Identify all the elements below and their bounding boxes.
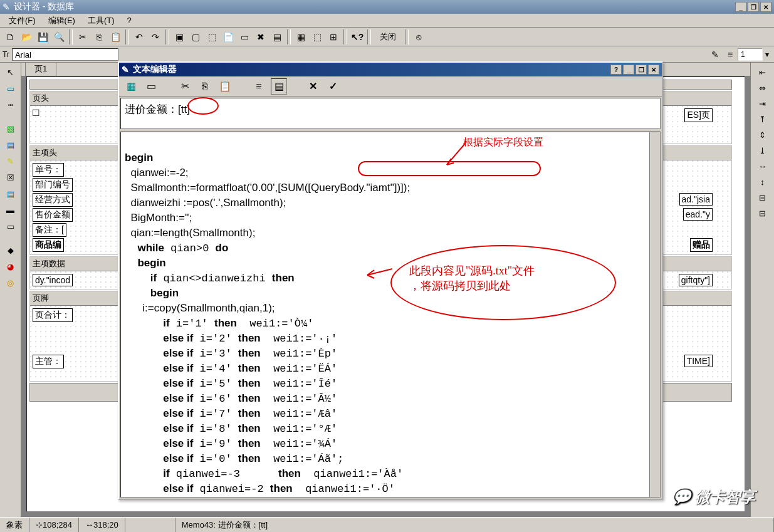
align-top-icon[interactable]: ⤒: [755, 112, 770, 126]
ole-tool-icon[interactable]: ☒: [3, 170, 18, 184]
ring-tool-icon[interactable]: ◎: [3, 276, 18, 289]
editor-close-button[interactable]: ✕: [648, 65, 659, 75]
subreport-tool-icon[interactable]: ▤: [3, 138, 18, 152]
delete-icon[interactable]: ✖: [253, 29, 268, 44]
insert-expr-icon[interactable]: ▦: [123, 78, 139, 95]
memo-deptno[interactable]: 部门编号: [33, 178, 73, 192]
memo-goodscode[interactable]: 商品编: [33, 238, 64, 252]
paste-icon[interactable]: 📋: [217, 78, 233, 95]
ok-icon[interactable]: ✓: [325, 78, 341, 95]
memo-es-page[interactable]: ES]页: [684, 108, 713, 122]
center-v-page-icon[interactable]: ⊟: [755, 206, 770, 220]
new-icon[interactable]: 🗋: [3, 29, 18, 44]
menu-file[interactable]: 文件(F): [3, 14, 42, 28]
undo-icon[interactable]: ↶: [132, 29, 147, 44]
pie-tool-icon[interactable]: ◕: [3, 259, 18, 273]
memo-biztype[interactable]: 经营方式: [33, 193, 73, 207]
barcode-tool-icon[interactable]: ▭: [3, 219, 18, 233]
draw-tool-icon[interactable]: ✎: [3, 154, 18, 168]
memo-billno[interactable]: 单号：: [33, 163, 64, 177]
chart-tool-icon[interactable]: ▬: [3, 203, 18, 217]
copy-icon[interactable]: ⎘: [92, 29, 107, 44]
sendback-icon[interactable]: ▢: [188, 29, 203, 44]
lines-icon[interactable]: ≡: [723, 47, 738, 62]
align-middle-icon[interactable]: ⇕: [755, 128, 770, 142]
memo-supervisor[interactable]: 主管：: [33, 355, 64, 368]
menu-edit[interactable]: 编辑(E): [42, 14, 81, 28]
preview-icon[interactable]: 🔍: [51, 29, 66, 44]
statusbar: 象素 ⊹ 108;284 ↔ 318;20 Memo43: 进价金额：[tt]: [0, 517, 774, 532]
align-bottom-icon[interactable]: ⤓: [755, 143, 770, 157]
editor-expression-input[interactable]: 进价金额：[tt]: [120, 98, 661, 129]
memo-jsia[interactable]: ad."jsia: [679, 193, 713, 206]
menu-help[interactable]: ?: [121, 14, 138, 26]
wordwrap-icon[interactable]: ▤: [271, 78, 287, 95]
editor-toolbar: ▦ ▭ ✂ ⎘ 📋 ≡ ▤ ✕ ✓: [119, 76, 662, 96]
memo-gift[interactable]: 赠品: [690, 238, 713, 252]
snapgrid-icon[interactable]: ⬚: [310, 29, 325, 44]
newpage-icon[interactable]: 📄: [221, 29, 236, 44]
cancel-icon[interactable]: ✕: [305, 78, 321, 95]
image-tool-icon[interactable]: ▧: [3, 122, 18, 135]
exit-icon[interactable]: ⎋: [411, 29, 426, 44]
memo-giftqty[interactable]: giftqty"]: [679, 274, 713, 286]
status-memo: Memo43: 进价金额：[tt]: [175, 518, 774, 532]
help-icon[interactable]: ↖?: [350, 29, 365, 44]
format-icon[interactable]: ≡: [251, 78, 267, 95]
open-icon[interactable]: 📂: [19, 29, 34, 44]
shape-tool-icon[interactable]: ◆: [3, 243, 18, 257]
cut-icon[interactable]: ✂: [177, 78, 193, 95]
redo-icon[interactable]: ↷: [148, 29, 163, 44]
insert-var-icon[interactable]: ▭: [143, 78, 159, 95]
editor-minimize-button[interactable]: _: [623, 65, 634, 75]
memo-time[interactable]: TIME]: [684, 355, 713, 367]
space-v-icon[interactable]: ↕: [755, 175, 770, 189]
align-right-icon[interactable]: ⇥: [755, 96, 770, 110]
newdialog-icon[interactable]: ▭: [237, 29, 252, 44]
watermark: 💬 微卡智享: [672, 487, 755, 507]
editor-code-area[interactable]: begin qianwei:=-2; Smallmonth:=formatflo…: [120, 132, 661, 498]
copy-icon[interactable]: ⎘: [197, 78, 213, 95]
app-restore-button[interactable]: ❐: [748, 2, 759, 12]
memo-remark[interactable]: 备注：[: [33, 223, 66, 237]
menu-tools[interactable]: 工具(T): [81, 14, 121, 28]
text-editor-window[interactable]: ✎ 文本编辑器 ? _ ❐ ✕ ▦ ▭ ✂ ⎘ 📋 ≡ ▤ ✕ ✓ 进价金额：[…: [118, 61, 663, 500]
center-h-page-icon[interactable]: ⊟: [755, 190, 770, 204]
font-name-combo[interactable]: Arial: [12, 48, 118, 61]
fit-icon[interactable]: ⊞: [326, 29, 341, 44]
memo-saleamt[interactable]: 售价金额: [33, 208, 73, 222]
align-left-icon[interactable]: ⇤: [755, 65, 770, 79]
left-tool-palette: ↖ ▭ ┅ ▧ ▤ ✎ ☒ ▤ ▬ ▭ ◆ ◕ ◎: [0, 63, 21, 517]
highlight-icon[interactable]: ✎: [708, 47, 723, 62]
space-h-icon[interactable]: ↔: [755, 159, 770, 173]
band-tool-icon[interactable]: ▭: [3, 81, 18, 95]
richtext-tool-icon[interactable]: ▤: [3, 187, 18, 201]
memo-pagetotal[interactable]: 页合计：: [33, 308, 73, 322]
editor-titlebar[interactable]: ✎ 文本编辑器 ? _ ❐ ✕: [119, 63, 662, 76]
save-icon[interactable]: 💾: [35, 29, 50, 44]
bringfront-icon[interactable]: ▣: [172, 29, 187, 44]
app-titlebar: ✎ 设计器 - 数据库 _ ❐ ✕: [0, 0, 774, 14]
font-size-combo[interactable]: 1: [738, 48, 763, 61]
dotted-tool-icon[interactable]: ┅: [3, 98, 18, 112]
app-minimize-button[interactable]: _: [735, 2, 746, 12]
memo-eady[interactable]: ead."y: [683, 208, 713, 221]
editor-maximize-button[interactable]: ❐: [635, 65, 647, 75]
page-tab-1[interactable]: 页1: [25, 63, 56, 76]
grid-icon[interactable]: ▦: [293, 29, 308, 44]
pageoptions-icon[interactable]: ▤: [269, 29, 285, 44]
app-close-button[interactable]: ✕: [760, 2, 771, 12]
editor-help-button[interactable]: ?: [610, 65, 622, 75]
group-icon[interactable]: ⬚: [204, 29, 219, 44]
cut-icon[interactable]: ✂: [75, 29, 90, 44]
memo-incod[interactable]: dy."incod: [33, 274, 73, 286]
align-center-h-icon[interactable]: ⇔: [755, 81, 770, 95]
red-arrow-2: [364, 258, 395, 283]
menubar: 文件(F) 编辑(E) 工具(T) ?: [0, 14, 774, 28]
select-tool-icon[interactable]: ↖: [3, 65, 18, 79]
main-toolbar: 🗋 📂 💾 🔍 ✂ ⎘ 📋 ↶ ↷ ▣ ▢ ⬚ 📄 ▭ ✖ ▤ ▦ ⬚ ⊞ ↖?…: [0, 28, 774, 46]
red-arrow-1: [444, 141, 468, 167]
close-button[interactable]: 关闭: [374, 31, 402, 43]
paste-icon[interactable]: 📋: [108, 29, 123, 44]
editor-vscrollbar[interactable]: [649, 132, 660, 497]
